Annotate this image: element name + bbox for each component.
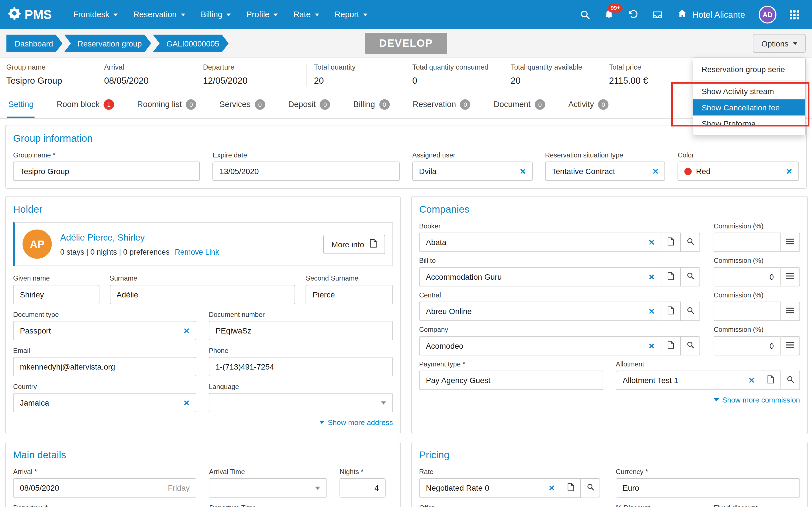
menu-rate[interactable]: Rate — [286, 5, 327, 25]
document-type-input[interactable]: Passport× — [13, 321, 196, 340]
tab-services[interactable]: Services0 — [218, 93, 266, 118]
commission-input[interactable]: 0 — [714, 336, 781, 355]
user-avatar[interactable]: AD — [759, 6, 776, 23]
given-name-input[interactable]: Shirley — [13, 285, 99, 304]
menu-billing[interactable]: Billing — [193, 5, 239, 25]
language-select[interactable] — [209, 393, 393, 412]
profile-card-button[interactable] — [761, 371, 781, 390]
booker-input[interactable]: Abata× — [419, 233, 661, 252]
tab-setting[interactable]: Setting — [7, 93, 35, 118]
email-input[interactable]: mkennedyhj@altervista.org — [13, 357, 196, 376]
profile-card-button[interactable] — [561, 478, 581, 498]
expire-date-input[interactable]: 13/05/2020 — [213, 161, 400, 181]
tab-room-block[interactable]: Room block1 — [56, 93, 115, 118]
menu-reservation[interactable]: Reservation — [125, 5, 193, 25]
more-info-button[interactable]: More info — [324, 234, 385, 254]
tab-reservation[interactable]: Reservation0 — [412, 93, 472, 118]
menu-frontdesk[interactable]: Frontdesk — [65, 5, 125, 25]
remove-link[interactable]: Remove Link — [175, 247, 219, 256]
profile-card-button[interactable] — [661, 267, 681, 286]
clear-icon[interactable]: × — [652, 166, 658, 176]
search-button[interactable] — [680, 336, 700, 355]
commission-menu-button[interactable] — [781, 267, 800, 286]
second-surname-input[interactable]: Pierce — [306, 285, 393, 304]
situation-type-input[interactable]: Tentative Contract× — [545, 161, 665, 181]
search-icon[interactable] — [574, 4, 596, 25]
company-input[interactable]: Acomodeo× — [419, 336, 661, 355]
central-input[interactable]: Abreu Online× — [419, 302, 661, 321]
app-logo[interactable]: PMS — [7, 6, 52, 23]
currency-input[interactable]: Euro — [616, 478, 800, 498]
notifications-bell-icon[interactable]: 99+ — [599, 4, 619, 25]
clear-icon[interactable]: × — [649, 341, 655, 351]
profile-card-button[interactable] — [661, 336, 681, 355]
search-button[interactable] — [581, 478, 600, 498]
phone-input[interactable]: 1-(713)491-7254 — [209, 357, 393, 376]
options-button[interactable]: Options — [753, 34, 806, 53]
tab-activity[interactable]: Activity0 — [567, 93, 610, 118]
clear-icon[interactable]: × — [749, 375, 755, 385]
profile-card-button[interactable] — [661, 233, 681, 252]
clear-icon[interactable]: × — [786, 166, 792, 176]
hotel-selector[interactable]: Hotel Alicante — [671, 8, 751, 21]
profile-card-button[interactable] — [661, 302, 681, 321]
input-value: Accommodation Guru — [426, 272, 645, 281]
show-more-commission-link[interactable]: Show more commission — [714, 396, 800, 404]
holder-name-link[interactable]: Adélie Pierce, Shirley — [60, 232, 315, 243]
menu-profile[interactable]: Profile — [239, 5, 286, 25]
commission-menu-button[interactable] — [781, 336, 800, 355]
rate-input[interactable]: Negotiated Rate 0× — [419, 478, 561, 498]
clear-icon[interactable]: × — [649, 306, 655, 316]
assigned-user-input[interactable]: Dvila× — [412, 161, 532, 181]
breadcrumb-reservation-group[interactable]: Reservation group — [64, 34, 151, 52]
color-input[interactable]: Red× — [678, 161, 799, 181]
payment-type-input[interactable]: Pay Agency Guest — [419, 371, 603, 390]
breadcrumb-group-code[interactable]: GALI00000005 — [153, 34, 229, 52]
input-value: Pay Agency Guest — [426, 376, 597, 385]
menu-item-show-cancellation-fee[interactable]: Show Cancellation fee — [693, 100, 805, 116]
breadcrumb-dashboard[interactable]: Dashboard — [6, 34, 62, 52]
arrival-time-select[interactable] — [209, 478, 327, 498]
tab-rooming-list[interactable]: Rooming list0 — [136, 93, 198, 118]
search-button[interactable] — [680, 267, 700, 286]
nights-input[interactable]: 4 — [340, 478, 386, 498]
clear-icon[interactable]: × — [520, 166, 526, 176]
commission-input[interactable] — [714, 233, 781, 252]
commission-menu-button[interactable] — [781, 302, 800, 321]
show-more-address-link[interactable]: Show more address — [319, 418, 393, 427]
clear-icon[interactable]: × — [549, 483, 555, 493]
menu-item-reservation-group-serie[interactable]: Reservation group serie — [693, 61, 805, 77]
arrival-date-input[interactable]: 08/05/2020Friday — [13, 478, 196, 498]
apps-grid-icon[interactable] — [784, 4, 805, 25]
history-icon[interactable] — [622, 4, 644, 25]
clear-icon[interactable]: × — [184, 326, 190, 335]
inbox-icon[interactable] — [647, 4, 668, 25]
field-label: Country — [13, 383, 196, 390]
surname-input[interactable]: Adélie — [110, 285, 296, 304]
commission-input[interactable] — [714, 302, 781, 321]
country-input[interactable]: Jamaica× — [13, 393, 196, 412]
clear-icon[interactable]: × — [184, 398, 190, 407]
menu-item-show-proforma[interactable]: Show Proforma — [693, 115, 805, 132]
commission-input[interactable]: 0 — [714, 267, 781, 286]
summary-quantity-available: Total quantity available 20 — [511, 63, 609, 87]
clear-icon[interactable]: × — [649, 237, 655, 247]
surname-field: Surname Adélie — [110, 274, 296, 304]
group-name-input[interactable]: Tesipro Group — [13, 161, 200, 181]
tab-billing[interactable]: Billing0 — [352, 93, 391, 118]
pms-app-window: PMS Frontdesk Reservation Billing Profil… — [0, 0, 812, 507]
allotment-input[interactable]: Allotment Test 1× — [616, 371, 761, 390]
bill-to-input[interactable]: Accommodation Guru× — [419, 267, 661, 286]
search-button[interactable] — [781, 371, 800, 390]
commission-menu-button[interactable] — [781, 233, 800, 252]
menu-item-show-activity-stream[interactable]: Show Activity stream — [693, 83, 805, 100]
tab-bar: Setting Room block1 Rooming list0 Servic… — [0, 93, 812, 119]
section-title: Main details — [13, 450, 393, 461]
tab-document[interactable]: Document0 — [493, 93, 546, 118]
search-button[interactable] — [680, 233, 700, 252]
tab-deposit[interactable]: Deposit0 — [287, 93, 331, 118]
document-number-input[interactable]: PEqiwaSz — [209, 321, 393, 340]
clear-icon[interactable]: × — [649, 272, 655, 282]
menu-report[interactable]: Report — [327, 5, 375, 25]
search-button[interactable] — [680, 302, 700, 321]
